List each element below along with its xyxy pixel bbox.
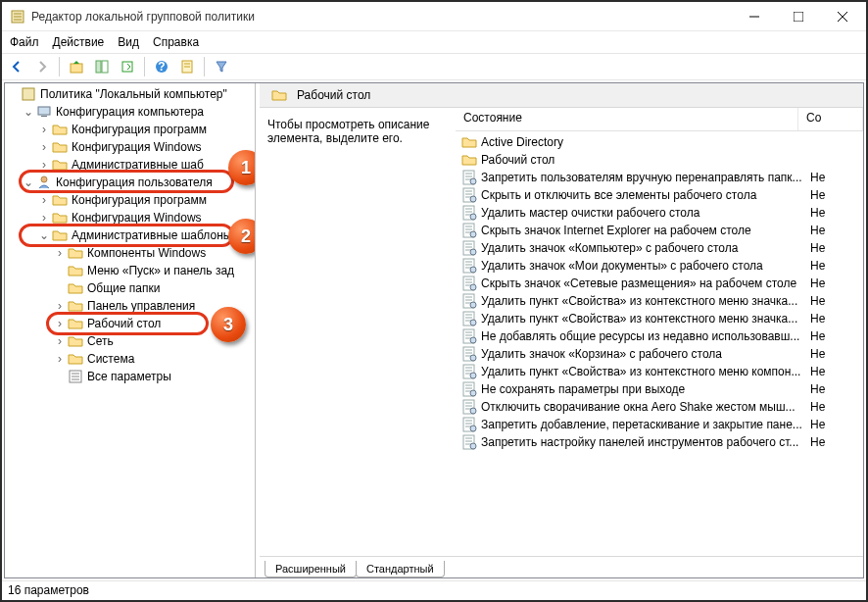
tree-user-config[interactable]: ⌄Конфигурация пользователя — [7, 174, 253, 191]
tree-admin-components[interactable]: ›Компоненты Windows — [7, 244, 253, 262]
folder-icon — [52, 157, 68, 173]
list-item[interactable]: Удалить значок «Мои документы» с рабочег… — [456, 257, 863, 275]
menu-action[interactable]: Действие — [53, 35, 105, 49]
list-item-name: Удалить значок «Мои документы» с рабочег… — [481, 259, 804, 273]
chevron-right-icon[interactable]: › — [38, 194, 50, 206]
tree-comp-admin[interactable]: ›Административные шаб — [7, 156, 253, 174]
list-item[interactable]: Удалить пункт «Свойства» из контекстного… — [456, 292, 863, 310]
tree-admin-system[interactable]: ›Система — [7, 350, 253, 368]
menu-view[interactable]: Вид — [118, 35, 139, 49]
list-item[interactable]: Скрыть значок Internet Explorer на рабоч… — [456, 222, 863, 239]
tree-user-windows[interactable]: ›Конфигурация Windows — [7, 209, 253, 226]
list-item[interactable]: Удалить пункт «Свойства» из контекстного… — [456, 363, 863, 380]
chevron-down-icon[interactable]: ⌄ — [23, 176, 34, 188]
list-item-name: Рабочий стол — [481, 153, 804, 167]
tree-comp-windows[interactable]: ›Конфигурация Windows — [7, 138, 253, 156]
minimize-button[interactable] — [732, 3, 776, 30]
back-button[interactable] — [6, 56, 27, 77]
title-bar: Редактор локальной групповой политики — [2, 2, 866, 31]
settings-list-icon — [68, 369, 83, 384]
setting-icon — [461, 276, 477, 291]
workspace: Политика "Локальный компьютер" ⌄Конфигур… — [4, 82, 864, 578]
list-item-name: Не добавлять общие ресурсы из недавно ис… — [481, 329, 804, 343]
list-item[interactable]: Удалить пункт «Свойства» из контекстного… — [456, 310, 863, 327]
forward-button[interactable] — [31, 56, 53, 77]
list-item[interactable]: Отключить сворачивание окна Aero Shake ж… — [456, 398, 863, 416]
tree-admin-allsettings[interactable]: Все параметры — [7, 368, 253, 385]
list-item-value: Не — [804, 347, 825, 361]
menu-help[interactable]: Справка — [153, 35, 199, 49]
export-list-button[interactable] — [117, 56, 138, 77]
tree-computer-config[interactable]: ⌄Конфигурация компьютера — [7, 103, 253, 121]
user-icon — [36, 175, 52, 190]
chevron-down-icon[interactable]: ⌄ — [23, 106, 34, 118]
folder-icon — [461, 152, 477, 168]
svg-point-74 — [470, 337, 476, 343]
chevron-down-icon[interactable]: ⌄ — [38, 229, 50, 241]
list-item[interactable]: Не добавлять общие ресурсы из недавно ис… — [456, 327, 863, 345]
tree-user-software[interactable]: ›Конфигурация программ — [7, 191, 253, 209]
show-hide-tree-button[interactable] — [91, 56, 113, 77]
list-item[interactable]: Удалить значок «Корзина» с рабочего стол… — [456, 345, 863, 363]
chevron-right-icon[interactable]: › — [38, 124, 50, 135]
chevron-right-icon[interactable]: › — [54, 247, 66, 259]
list-item-value: Не — [804, 312, 825, 326]
list-item[interactable]: Не сохранять параметры при выходеНе — [456, 380, 863, 398]
tab-standard[interactable]: Стандартный — [356, 561, 445, 577]
chevron-right-icon[interactable]: › — [54, 335, 66, 347]
list-item-value: Не — [804, 418, 825, 431]
list-item[interactable]: Запретить пользователям вручную перенапр… — [456, 169, 863, 186]
list-item[interactable]: Скрыть и отключить все элементы рабочего… — [456, 186, 863, 204]
callout-3: 3 — [211, 307, 246, 342]
list-item-name: Скрыть и отключить все элементы рабочего… — [481, 188, 804, 202]
tab-extended[interactable]: Расширенный — [265, 561, 357, 577]
list-item-name: Скрыть значок Internet Explorer на рабоч… — [481, 224, 804, 237]
tree-comp-software[interactable]: ›Конфигурация программ — [7, 121, 253, 138]
tree-user-admin[interactable]: ⌄Административные шаблоны — [7, 226, 253, 244]
folder-icon — [52, 139, 68, 155]
filter-button[interactable] — [211, 56, 232, 77]
menu-file[interactable]: Файл — [10, 35, 39, 49]
list-item[interactable]: Скрыть значок «Сетевые размещения» на ра… — [456, 275, 863, 292]
list-item-value: Не — [804, 400, 825, 414]
folder-icon — [68, 316, 83, 331]
description-text: Чтобы просмотреть описание элемента, выд… — [260, 108, 456, 556]
setting-icon — [461, 170, 477, 185]
chevron-right-icon[interactable]: › — [38, 141, 50, 153]
list-item-value: Не — [804, 435, 825, 449]
close-button[interactable] — [820, 3, 864, 30]
setting-icon — [461, 205, 477, 221]
list-item[interactable]: Рабочий стол — [456, 151, 863, 169]
chevron-right-icon[interactable]: › — [54, 300, 66, 312]
settings-list: Active DirectoryРабочий столЗапретить по… — [456, 131, 863, 451]
up-button[interactable] — [66, 56, 87, 77]
list-item[interactable]: Удалить значок «Компьютер» с рабочего ст… — [456, 239, 863, 257]
computer-icon — [36, 104, 52, 120]
folder-icon — [68, 263, 83, 278]
list-item-name: Запретить настройку панелей инструментов… — [481, 435, 804, 449]
list-item[interactable]: Запретить добавление, перетаскивание и з… — [456, 416, 863, 433]
column-state[interactable]: Состояние — [456, 108, 798, 130]
list-item-value: Не — [804, 276, 825, 290]
help-button[interactable]: ? — [151, 56, 172, 77]
chevron-right-icon[interactable]: › — [54, 353, 66, 365]
chevron-right-icon[interactable]: › — [38, 212, 50, 224]
tree-admin-start[interactable]: Меню «Пуск» и панель зад — [7, 262, 253, 279]
list-item[interactable]: Удалить мастер очистки рабочего столаНе — [456, 204, 863, 222]
chevron-right-icon[interactable]: › — [54, 318, 66, 329]
tree-admin-shared[interactable]: Общие папки — [7, 279, 253, 297]
setting-icon — [461, 293, 477, 309]
list-item[interactable]: Active Directory — [456, 133, 863, 151]
list-item-value: Не — [804, 259, 825, 273]
svg-rect-17 — [23, 88, 34, 100]
list-item[interactable]: Запретить настройку панелей инструментов… — [456, 433, 863, 451]
setting-icon — [461, 417, 477, 432]
column-co[interactable]: Со — [798, 108, 863, 130]
folder-icon — [68, 245, 83, 261]
policy-icon — [21, 86, 36, 102]
maximize-button[interactable] — [776, 3, 820, 30]
chevron-right-icon[interactable]: › — [38, 159, 50, 171]
svg-point-99 — [470, 426, 476, 431]
tree-root[interactable]: Политика "Локальный компьютер" — [7, 85, 253, 103]
properties-button[interactable] — [176, 56, 198, 77]
